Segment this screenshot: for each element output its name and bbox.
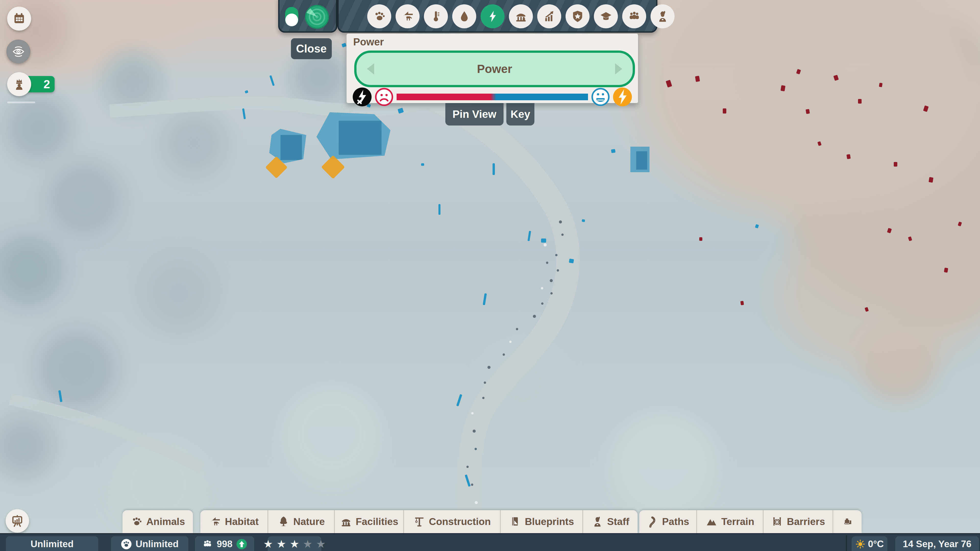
temperature-value: 0°C [868,539,884,549]
unpowered-object-marker [806,109,810,114]
unpowered-object-marker [846,154,851,159]
tab-animals[interactable]: Animals [123,510,193,533]
staff-heatmap-button[interactable] [651,4,675,28]
tab-label: Blueprints [525,516,574,527]
paw-icon [372,10,386,23]
challenges-button[interactable] [7,72,31,96]
close-tooltip: Close [291,38,332,59]
facility-icon [340,516,352,528]
animals-heatmap-button[interactable] [367,4,391,28]
heatmap-toggle[interactable] [285,7,298,26]
money-value: Unlimited [30,539,74,549]
unpowered-object-marker [894,162,897,167]
rating-star: ★ [277,539,286,549]
powered-building-highlight [630,147,649,172]
pin-view-button[interactable]: Pin View [445,103,504,125]
rating-star: ★ [263,539,273,549]
powered-object-marker [493,163,495,175]
statusbar-divider [846,535,847,551]
water-heatmap-button[interactable] [452,4,476,28]
tab-label: Barriers [787,516,825,527]
grad-icon [599,10,613,23]
tab-paths[interactable]: Paths [639,510,696,533]
date-tile: 14 Sep, Year 76 [895,536,979,551]
tab-label: Habitat [225,516,259,527]
tab-nature[interactable]: Nature [267,510,334,533]
weather-tile[interactable]: 0°C [852,536,887,551]
no-power-icon [353,87,372,106]
zoo-info-button[interactable] [6,509,29,533]
key-button[interactable]: Key [506,103,535,125]
selector-prev-button[interactable] [356,53,385,85]
unpowered-object-marker [929,177,934,183]
sun-icon [855,539,865,549]
unpowered-object-marker [740,301,744,305]
key-label: Key [511,108,530,121]
heatmap-gradient-bar [396,94,588,100]
education-heatmap-button[interactable] [594,4,618,28]
toggle-knob [285,14,298,26]
tab-label: Nature [293,516,325,527]
heatmap-icons-panel [337,0,657,33]
tab-staff[interactable]: Staff [582,510,638,533]
happy-face-icon [591,87,610,106]
conservation-credits-tile[interactable]: Unlimited [111,536,188,551]
toolbar-group-animals: Animals [123,510,193,533]
mountain-icon [705,516,718,528]
tab-blueprints[interactable]: Blueprints [500,510,582,533]
calendar-icon [12,12,26,26]
power-legend-button[interactable] [613,87,632,106]
close-tooltip-label: Close [296,42,327,55]
selector-next-button[interactable] [605,53,633,85]
tab-label: Animals [146,516,185,527]
radar-icon [304,4,329,29]
calendar-button[interactable] [7,6,31,30]
unpowered-object-marker [858,99,862,103]
facilities-heatmap-button[interactable] [509,4,533,28]
pathway-icon [646,516,659,528]
guest-count-value: 998 [217,539,232,549]
toolbar-group-build: HabitatNatureFacilitiesConstructionBluep… [200,510,638,533]
heatmap-selector[interactable]: Power [354,51,635,87]
staffcap-icon [591,516,604,528]
guests-heatmap-button[interactable] [622,4,646,28]
money-tile[interactable]: Unlimited [6,536,98,551]
powered-object-marker [569,259,574,264]
presentation-chart-icon [11,514,24,527]
tab-label: Construction [429,516,491,527]
visibility-button[interactable] [6,40,30,64]
bolt-icon [486,10,500,23]
tab-bulldozer[interactable] [832,510,862,533]
powered-object-marker [541,238,546,243]
status-bar: Unlimited Unlimited 998 ★★★★★ [0,533,980,551]
unhappy-face-icon [375,87,393,106]
game-viewport[interactable]: 2 Close Power [0,0,980,551]
tab-construction[interactable]: Construction [403,510,500,533]
shelter-icon [209,516,221,528]
security-heatmap-button[interactable] [566,4,590,28]
tab-habitat[interactable]: Habitat [200,510,267,533]
trend-up-icon [236,538,247,550]
pin-view-label: Pin View [452,108,496,121]
habitats-heatmap-button[interactable] [396,4,420,28]
tab-label: Facilities [356,516,398,527]
temperature-heatmap-button[interactable] [424,4,448,28]
tab-terrain[interactable]: Terrain [696,510,763,533]
shield-icon [571,10,584,23]
tab-facilities[interactable]: Facilities [334,510,403,533]
finance-icon [542,10,556,23]
tab-barriers[interactable]: Barriers [763,510,832,533]
unpowered-object-marker [699,237,702,241]
guests-icon [628,10,641,23]
bulldozer-icon [842,516,854,528]
crane-icon [413,516,425,528]
guest-count-tile[interactable]: 998 [195,536,254,551]
heatmap-title: Power [353,36,384,48]
finance-heatmap-button[interactable] [537,4,561,28]
park-rating-tile[interactable]: ★★★★★ [268,536,321,551]
eye-icon [11,44,25,59]
power-heatmap-button[interactable] [480,4,504,28]
heatmap-radar-button[interactable] [304,4,329,29]
tab-label: Terrain [721,516,754,527]
staff-icon [656,10,670,23]
